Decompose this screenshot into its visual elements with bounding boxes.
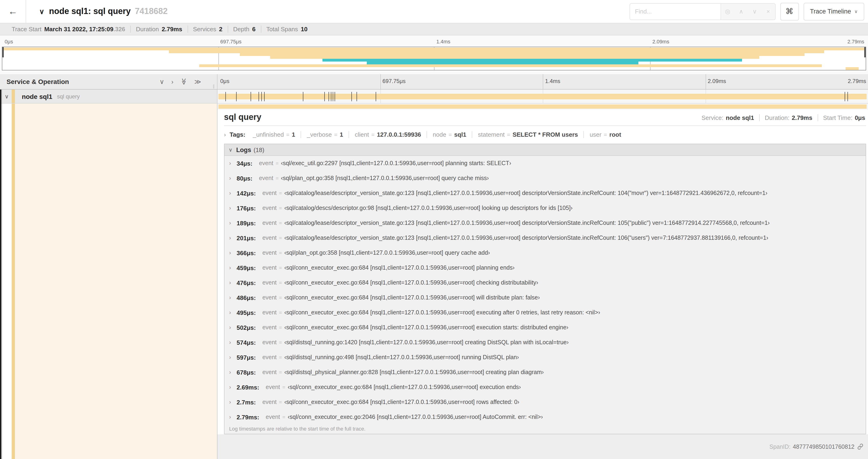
span-bar-cell[interactable] (217, 90, 868, 103)
log-marker-tick (331, 92, 331, 101)
span-row[interactable]: ∨ node sql1 sql query (0, 90, 868, 104)
expand-log-icon: › (229, 250, 235, 256)
equals-sign: = (279, 280, 282, 286)
log-entry[interactable]: › 201μs: event = ‹sql/catalog/lease/desc… (224, 230, 866, 245)
detail-meta-item: Start Time: 0μs (817, 114, 865, 121)
expand-log-icon: › (229, 399, 235, 405)
log-entry[interactable]: › 366μs: event = ‹sql/plan_opt.go:358 [n… (224, 245, 866, 260)
axis-label: 2.09ms (652, 39, 669, 44)
span-name-cell[interactable]: ∨ node sql1 sql query (0, 90, 217, 103)
minimap-span-bar (270, 56, 760, 59)
find-buttons: ◎ ∧ ∨ × (721, 3, 775, 20)
log-timestamp: 189μs: (237, 220, 256, 226)
trace-info-value: 2.79ms (162, 26, 182, 33)
log-marker-tick (251, 92, 251, 101)
view-selector-button[interactable]: Trace Timeline ∨ (803, 3, 864, 20)
log-entry[interactable]: › 2.69ms: event = ‹sql/conn_executor_exe… (224, 380, 866, 395)
tags-list: _unfinished = 1 _verbose = 1 (247, 131, 627, 138)
range-scrubber-handle[interactable] (2, 47, 4, 57)
minimap-span-bar (2, 47, 866, 51)
equals-sign: = (279, 265, 282, 270)
log-entry[interactable]: › 189μs: event = ‹sql/catalog/lease/desc… (224, 216, 866, 230)
expand-one-icon[interactable]: › (171, 78, 174, 85)
log-entry[interactable]: › 176μs: event = ‹sql/catalog/descs/desc… (224, 201, 866, 216)
log-entry[interactable]: › 476μs: event = ‹sql/conn_executor_exec… (224, 275, 866, 290)
equals-sign: = (279, 369, 282, 375)
expand-log-icon: › (229, 369, 235, 375)
log-timestamp: 476μs: (237, 279, 256, 286)
expand-log-icon: › (229, 190, 235, 196)
log-field-value: ‹sql/conn_executor_exec.go:2046 [nsql1,c… (288, 414, 543, 420)
find-next-icon[interactable]: ∨ (748, 8, 762, 15)
collapse-one-icon[interactable]: ∨ (160, 78, 164, 85)
equals-sign: = (282, 414, 285, 420)
log-entry[interactable]: › 2.79ms: event = ‹sql/conn_executor_exe… (224, 409, 866, 424)
trace-id: 7418682 (135, 6, 167, 16)
tags-row[interactable]: › Tags: _unfinished = 1 _verbose (224, 131, 866, 138)
log-entry[interactable]: › 597μs: event = ‹sql/distsql_running.go… (224, 350, 866, 365)
log-field-name: event (262, 205, 277, 211)
log-timestamp: 2.7ms: (237, 399, 256, 405)
keyboard-shortcuts-button[interactable]: ⌘ (780, 3, 799, 20)
find-group: ◎ ∧ ∨ × (629, 3, 775, 20)
minimap-canvas[interactable] (2, 47, 866, 70)
expand-log-icon: › (229, 175, 235, 182)
find-clear-icon[interactable]: × (762, 8, 775, 15)
detail-bar-row (217, 104, 868, 110)
tag-value: 1 (292, 131, 295, 138)
equals-sign: = (279, 205, 282, 211)
log-field-value: ‹sql/catalog/lease/descriptor_version_st… (284, 220, 770, 226)
log-timestamp: 502μs: (237, 324, 256, 331)
log-entry[interactable]: › 80μs: event = ‹sql/plan_opt.go:358 [ns… (224, 171, 866, 186)
log-entry[interactable]: › 678μs: event = ‹sql/distsql_physical_p… (224, 365, 866, 380)
logs-title: Logs (236, 146, 251, 153)
log-entry[interactable]: › 502μs: event = ‹sql/conn_executor_exec… (224, 320, 866, 335)
log-timestamp: 678μs: (237, 369, 256, 376)
span-duration-bar[interactable] (218, 94, 867, 99)
collapse-all-icon[interactable]: ≫ (180, 78, 188, 85)
equals-sign: = (276, 160, 279, 166)
expand-log-icon: › (229, 220, 235, 226)
log-entry[interactable]: › 495μs: event = ‹sql/conn_executor_exec… (224, 305, 866, 320)
collapse-trace-icon[interactable]: ∨ (39, 7, 44, 15)
equals-sign: = (507, 131, 510, 138)
find-target-icon[interactable]: ◎ (721, 8, 734, 15)
expand-all-icon[interactable]: ≫ (194, 78, 201, 85)
log-timestamp: 34μs: (237, 160, 252, 167)
column-resizer-grip[interactable]: ∥ (213, 84, 215, 89)
log-entry[interactable]: › 142μs: event = ‹sql/catalog/lease/desc… (224, 186, 866, 201)
tag-key: client (355, 131, 369, 138)
tag-value: 127.0.0.1:59936 (377, 131, 421, 138)
range-scrubber-handle[interactable] (864, 47, 866, 57)
timeline-grid-header: Service & Operation ∨ › ≫ ≫ ∥ 0μs697.75μ… (0, 74, 868, 90)
header-controls: ◎ ∧ ∨ × ⌘ Trace Timeline ∨ (629, 3, 864, 20)
span-id-value: 4877749850101760812 (793, 444, 855, 450)
trace-info-label: Trace Start (12, 26, 41, 33)
log-entry[interactable]: › 486μs: event = ‹sql/conn_executor_exec… (224, 290, 866, 305)
logs-header[interactable]: ∨ Logs (18) (224, 144, 866, 156)
copy-link-icon[interactable] (857, 444, 863, 450)
log-entry[interactable]: › 459μs: event = ‹sql/conn_executor_exec… (224, 260, 866, 275)
find-prev-icon[interactable]: ∧ (734, 8, 748, 15)
collapse-children-icon[interactable]: ∨ (5, 93, 9, 100)
log-timestamp: 486μs: (237, 294, 256, 301)
detail-footer: SpanID: 4877749850101760812 (217, 434, 868, 459)
back-button[interactable]: ← (0, 0, 26, 23)
detail-row-gutter (0, 104, 217, 459)
detail-accent-panel (15, 104, 217, 459)
log-field-value: ‹sql/conn_executor_exec.go:684 [nsql1,cl… (284, 264, 515, 271)
detail-meta-label: Start Time: (823, 114, 852, 121)
collapse-logs-icon: ∨ (229, 147, 232, 153)
page-header: ← ∨ node sql1: sql query 7418682 ◎ ∧ ∨ ×… (0, 0, 868, 23)
trace-info-label: Services (193, 26, 216, 33)
log-entry[interactable]: › 34μs: event = ‹sql/exec_util.go:2297 [… (224, 156, 866, 171)
log-entry[interactable]: › 574μs: event = ‹sql/distsql_running.go… (224, 335, 866, 350)
tag-item: statement = SELECT * FROM users (472, 131, 584, 138)
detail-meta-value: node sql1 (726, 114, 754, 121)
minimap-span-bar (846, 67, 859, 70)
left-scrollbar[interactable] (0, 90, 1, 459)
log-entry[interactable]: › 2.7ms: event = ‹sql/conn_executor_exec… (224, 395, 866, 409)
log-field-name: event (262, 280, 277, 286)
find-input[interactable] (629, 3, 721, 20)
log-timestamp: 201μs: (237, 234, 256, 241)
